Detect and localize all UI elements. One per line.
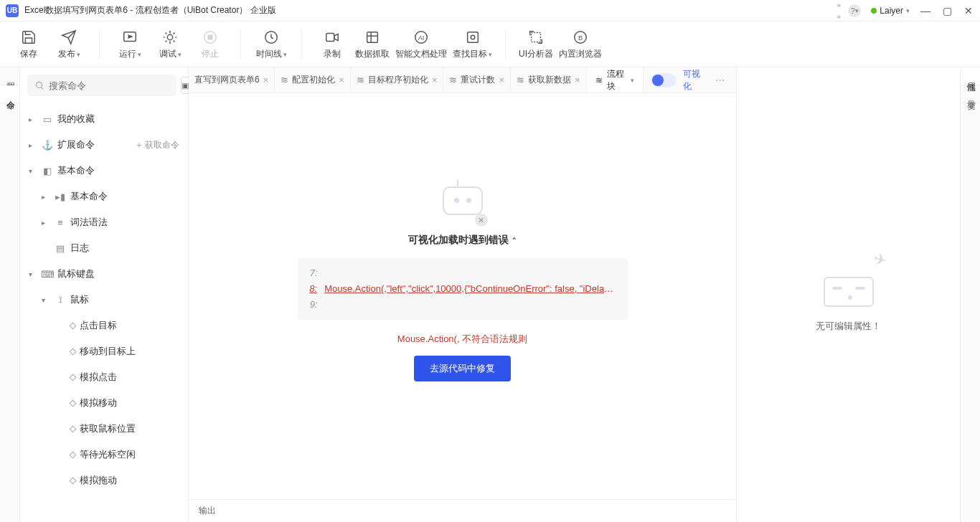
app-logo-icon: UB bbox=[6, 4, 19, 17]
commands-panel: ▣ ▸▭我的收藏 ▸⚓扩展命令＋ 获取命令 ▾◧基本命令 ▸▸▮基本命令 ▸≡词… bbox=[20, 67, 189, 522]
output-panel-header[interactable]: 输出 bbox=[189, 499, 736, 522]
svg-line-21 bbox=[41, 87, 43, 89]
empty-state-text: 无可编辑属性！ bbox=[816, 320, 881, 333]
error-code-link[interactable]: Mouse.Action(,"left","click",10000,{"bCo… bbox=[324, 281, 617, 297]
view-mode-switch[interactable] bbox=[651, 73, 676, 87]
robot-error-icon: ✕ bbox=[438, 182, 488, 225]
data-capture-button[interactable]: 数据抓取 bbox=[355, 24, 390, 65]
tree-move-to-target[interactable]: 移动到目标上 bbox=[20, 338, 188, 364]
run-button[interactable]: 运行▾ bbox=[113, 24, 147, 65]
tree-favorites[interactable]: ▸▭我的收藏 bbox=[20, 106, 188, 132]
svg-text:B: B bbox=[578, 34, 583, 42]
close-icon[interactable]: × bbox=[432, 75, 438, 85]
tree-basic-cmd[interactable]: ▸▸▮基本命令 bbox=[20, 184, 188, 209]
svg-rect-17 bbox=[532, 33, 541, 42]
rtab-variables[interactable]: 变量 bbox=[961, 85, 980, 103]
tab-5[interactable]: ≋获取新数据× bbox=[511, 67, 587, 92]
tree-lexical[interactable]: ▸≡词法语法 bbox=[20, 209, 188, 235]
tree-sim-move[interactable]: 模拟移动 bbox=[20, 390, 188, 416]
tab-3[interactable]: ≋目标程序初始化× bbox=[351, 67, 444, 92]
svg-text:AI: AI bbox=[418, 34, 425, 42]
vtab-flow[interactable]: 流程 bbox=[0, 67, 19, 85]
publish-button[interactable]: 发布▾ bbox=[52, 24, 86, 65]
help-icon[interactable]: ?▾ bbox=[848, 4, 861, 17]
tree-ext-cmds[interactable]: ▸⚓扩展命令＋ 获取命令 bbox=[20, 132, 188, 158]
get-command-button[interactable]: ＋ 获取命令 bbox=[135, 139, 179, 151]
empty-state-icon: ✈ bbox=[816, 257, 881, 307]
tree-mouse[interactable]: ▾⟟鼠标 bbox=[20, 287, 188, 313]
tree-sim-drag[interactable]: 模拟拖动 bbox=[20, 468, 188, 493]
record-button[interactable]: 录制 bbox=[315, 24, 349, 65]
editor-tabs: 直写到网页表单6× ≋配置初始化× ≋目标程序初始化× ≋重试计数× ≋获取新数… bbox=[189, 67, 736, 93]
stop-button: 停止 bbox=[193, 24, 227, 65]
tree-sim-click[interactable]: 模拟点击 bbox=[20, 364, 188, 390]
left-vertical-tabs: 流程 命令 bbox=[0, 67, 20, 522]
search-icon bbox=[34, 80, 44, 90]
tree-get-mouse-pos[interactable]: 获取鼠标位置 bbox=[20, 416, 188, 442]
tree-mouse-kb[interactable]: ▾⌨鼠标键盘 bbox=[20, 261, 188, 287]
ui-analyzer-button[interactable]: UI分析器 bbox=[519, 24, 553, 65]
close-icon[interactable]: × bbox=[499, 75, 504, 85]
title-bar: UB Excel数据填写到网页表单6 - 流程创造者（UiBot Creator… bbox=[0, 0, 980, 22]
find-target-button[interactable]: 查找目标▾ bbox=[453, 24, 492, 65]
properties-panel: ✈ 无可编辑属性！ bbox=[736, 67, 960, 522]
tab-4[interactable]: ≋重试计数× bbox=[443, 67, 511, 92]
canvas-area: ✕ 可视化加载时遇到错误⌃ 7: 8:Mouse.Action(,"left",… bbox=[189, 93, 736, 499]
svg-point-16 bbox=[471, 35, 475, 39]
svg-rect-10 bbox=[367, 32, 378, 43]
search-input-wrapper[interactable] bbox=[27, 75, 176, 96]
tab-1[interactable]: 直写到网页表单6× bbox=[189, 67, 275, 92]
svg-point-4 bbox=[167, 34, 172, 39]
svg-rect-15 bbox=[467, 32, 478, 43]
maximize-icon[interactable]: ▢ bbox=[941, 5, 953, 16]
error-message: Mouse.Action(, 不符合语法规则 bbox=[397, 333, 527, 346]
builtin-browser-button[interactable]: B内置浏览器 bbox=[559, 24, 602, 65]
timeline-button[interactable]: 时间线▾ bbox=[254, 24, 288, 65]
command-tree: ▸▭我的收藏 ▸⚓扩展命令＋ 获取命令 ▾◧基本命令 ▸▸▮基本命令 ▸≡词法语… bbox=[20, 103, 188, 522]
close-icon[interactable]: × bbox=[575, 75, 580, 85]
error-code-box: 7: 8:Mouse.Action(,"left","click",10000,… bbox=[298, 258, 628, 320]
close-icon[interactable]: × bbox=[263, 75, 269, 85]
svg-rect-6 bbox=[208, 35, 212, 39]
close-icon[interactable]: ✕ bbox=[963, 5, 974, 16]
smart-doc-button[interactable]: AI智能文档处理 bbox=[395, 24, 447, 65]
goto-source-fix-button[interactable]: 去源代码中修复 bbox=[414, 356, 511, 381]
error-title: 可视化加载时遇到错误⌃ bbox=[408, 234, 517, 247]
toolbar: 保存 发布▾ 运行▾ 调试▾ 停止 时间线▾ 录制 数据抓取 AI智能文档处理 … bbox=[0, 22, 980, 67]
svg-marker-9 bbox=[334, 34, 339, 40]
tab-2[interactable]: ≋配置初始化× bbox=[275, 67, 351, 92]
save-button[interactable]: 保存 bbox=[11, 24, 46, 65]
tree-basic-cmds[interactable]: ▾◧基本命令 bbox=[20, 158, 188, 184]
svg-marker-3 bbox=[128, 35, 132, 38]
vtab-commands[interactable]: 命令 bbox=[0, 85, 19, 103]
svg-rect-8 bbox=[326, 34, 334, 42]
debug-button[interactable]: 调试▾ bbox=[153, 24, 187, 65]
tree-click-target[interactable]: 点击目标 bbox=[20, 313, 188, 338]
tab-current[interactable]: ≋流程块▾ bbox=[587, 67, 644, 92]
apps-icon[interactable]: ▪▪▪▪ bbox=[837, 0, 838, 22]
view-mode-label: 可视化 bbox=[683, 68, 704, 92]
user-menu[interactable]: Laiyer▾ bbox=[871, 6, 910, 16]
window-title: Excel数据填写到网页表单6 - 流程创造者（UiBot Creator） 企… bbox=[24, 4, 837, 16]
search-input[interactable] bbox=[49, 80, 169, 91]
right-vertical-tabs: 属性 变量 bbox=[960, 67, 980, 522]
svg-point-20 bbox=[36, 82, 42, 87]
close-icon[interactable]: × bbox=[339, 75, 344, 85]
more-icon[interactable]: ⋯ bbox=[711, 75, 729, 85]
minimize-icon[interactable]: — bbox=[920, 5, 931, 16]
tree-log[interactable]: ▤日志 bbox=[20, 235, 188, 261]
tree-wait-cursor-idle[interactable]: 等待光标空闲 bbox=[20, 442, 188, 468]
center-area: 直写到网页表单6× ≋配置初始化× ≋目标程序初始化× ≋重试计数× ≋获取新数… bbox=[189, 67, 736, 522]
rtab-properties[interactable]: 属性 bbox=[961, 67, 980, 85]
